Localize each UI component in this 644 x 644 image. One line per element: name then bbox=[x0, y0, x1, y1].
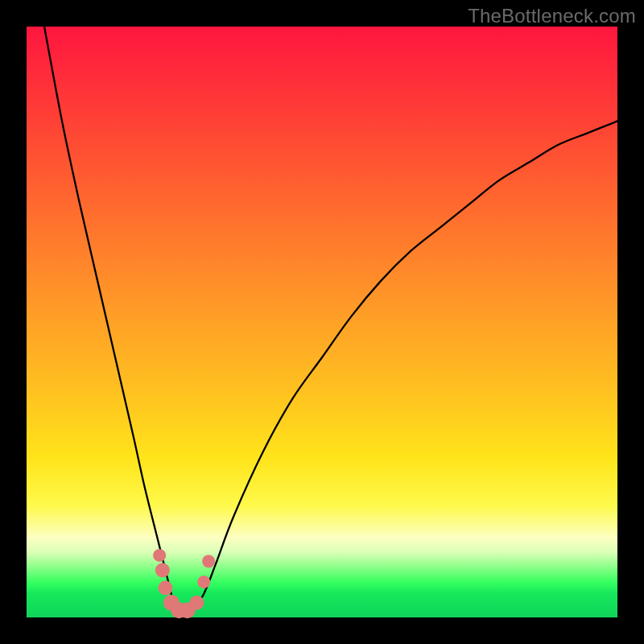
chart-plot-area bbox=[27, 27, 617, 617]
marker-group bbox=[153, 549, 215, 618]
marker-dot bbox=[202, 555, 215, 568]
marker-dot bbox=[153, 549, 166, 562]
watermark-text: TheBottleneck.com bbox=[468, 5, 636, 27]
marker-dot bbox=[189, 596, 204, 610]
marker-dot bbox=[155, 563, 170, 577]
bottleneck-curve-path bbox=[44, 27, 617, 618]
chart-frame: TheBottleneck.com bbox=[0, 0, 644, 644]
marker-dot bbox=[197, 576, 210, 588]
marker-dot bbox=[158, 580, 172, 595]
chart-svg bbox=[27, 27, 617, 617]
